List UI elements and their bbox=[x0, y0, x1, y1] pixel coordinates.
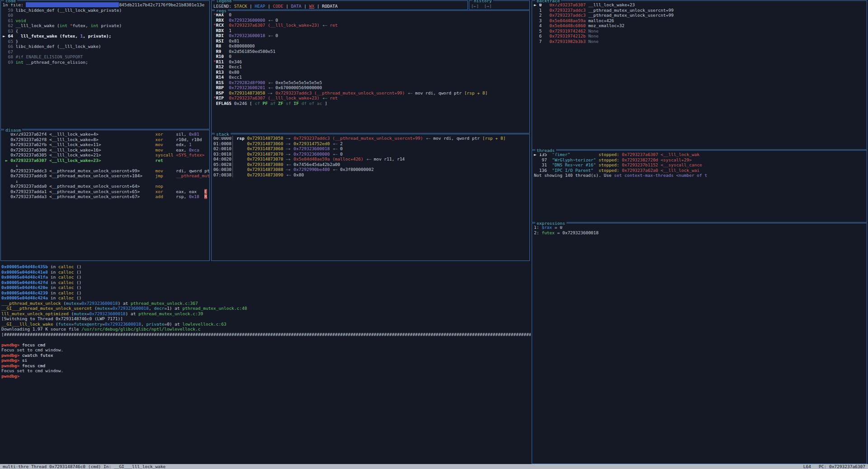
terminal-output[interactable]: 0x00005e04d48c435b in calloc ()0x00005e0… bbox=[0, 261, 531, 464]
disasm-panel: disasm 0x7293237a62f4 <__lll_lock_wake+4… bbox=[0, 130, 210, 261]
register-row: R10 0 bbox=[213, 54, 528, 59]
terminal-line: pwndbg> si bbox=[1, 358, 529, 363]
terminal-line bbox=[1, 337, 529, 342]
registers-panel: regs *RAX 0 RBX 0x729323600000 ◂— 0*RCX … bbox=[211, 10, 530, 133]
expressions-panel: expressions 1: $rax = 02: futex = 0x7293… bbox=[532, 223, 867, 464]
disasm-line: 0x7293237addc8 <__pthread_mutex_unlock_u… bbox=[3, 173, 208, 179]
terminal-line: 0x00005e04d48c41fa in calloc () bbox=[1, 275, 529, 280]
source-line: 68 #if ENABLE_ELISION_SUPPORT bbox=[3, 54, 208, 60]
history-panel: history [←] [→] bbox=[469, 0, 530, 10]
legend-panel: legend LEGEND: STACK | HEAP | CODE | DAT… bbox=[211, 0, 468, 10]
disasm-line: 0x7293237adda1 <__pthread_mutex_unlock_u… bbox=[3, 189, 208, 194]
terminal-line: pwndbg> bbox=[1, 374, 529, 379]
terminal-line: 0x00005e04d48c420e in calloc () bbox=[1, 285, 529, 290]
history-panel-title: history bbox=[472, 0, 493, 4]
code-panel: code In file: 845db211e7b42c7176f9be21b8… bbox=[0, 0, 210, 129]
source-line: 61 void bbox=[3, 18, 208, 24]
threads-panel: threads ► 135 "Timer" stopped: 0x7293237… bbox=[532, 150, 867, 223]
terminal-line: 0x00005e04d48c4239 in calloc () bbox=[1, 290, 529, 296]
register-row: RDI 0x729323600018 ◂— 0 bbox=[213, 33, 528, 38]
backtrace-frame: 5 0x729319742462 None bbox=[534, 28, 865, 34]
source-line: ► 64 lll_futex_wake (futex, 1, private); bbox=[3, 33, 208, 39]
disasm-line: 0x7293237addc3 <__pthread_mutex_unlock_u… bbox=[3, 168, 208, 174]
terminal-line: pwndbg> cwatch futex bbox=[1, 353, 529, 358]
register-row: EFLAGS 0x246 [ cf PF af ZF sf IF df of a… bbox=[213, 101, 528, 106]
terminal-line: __GI___lll_lock_wake (futex=futex@entry=… bbox=[1, 322, 529, 327]
threads-view: ► 135 "Timer" stopped: 0x7293237a6307 <_… bbox=[532, 151, 867, 222]
terminal-line: ___pthread_mutex_unlock (mutex=0x7293236… bbox=[1, 301, 529, 306]
register-row: R12 0xcc1 bbox=[213, 64, 528, 70]
code-panel-title: code bbox=[4, 0, 17, 4]
registers-view: *RAX 0 RBX 0x729323600000 ◂— 0*RCX 0x729… bbox=[212, 11, 529, 133]
register-row: R15 0x729282d8f900 ◂— 0xe5e5e5e5e5e5e5e5 bbox=[213, 80, 528, 85]
register-row: R14 0xcc1 bbox=[213, 75, 528, 80]
terminal-line: Focus set to cmd window. bbox=[1, 368, 529, 374]
source-line: 65 } bbox=[3, 39, 208, 44]
register-row: R13 0x80 bbox=[213, 70, 528, 75]
register-row: RBX 0x729323600000 ◂— 0 bbox=[213, 18, 528, 23]
stack-row: 04:0020│ 0x729314873078 —▸ 0x5e04d48ae59… bbox=[213, 156, 528, 162]
register-row: RSP 0x729314873058 —▸ 0x7293237addc3 (__… bbox=[213, 90, 528, 96]
register-row: RBP 0x729323600201 ◂— 0x6700000569000000 bbox=[213, 85, 528, 90]
stack-row: 00:0000│ rsp 0x729314873058 —▸ 0x7293237… bbox=[213, 136, 528, 141]
disasm-line: 0x7293237adda3 <__pthread_mutex_unlock_u… bbox=[3, 194, 208, 199]
terminal-line: pwndbg> focus cmd bbox=[1, 342, 529, 348]
register-row: *RCX 0x7293237a6307 (__lll_lock_wake+23)… bbox=[213, 23, 528, 28]
source-line: 69 int __pthread_force_elision; bbox=[3, 60, 208, 65]
disasm-line: ↓ bbox=[3, 163, 208, 168]
expressions-view: 1: $rax = 02: futex = 0x729323600018 bbox=[532, 223, 867, 464]
source-line: 62 __lll_lock_wake (int *futex, int priv… bbox=[3, 23, 208, 28]
thread-row: 136 "IPC I/O Parent" stopped: 0x7293237a… bbox=[534, 168, 865, 173]
source-line: 63 { bbox=[3, 28, 208, 34]
backtrace-frame: 6 0x72931974212b None bbox=[534, 33, 865, 39]
thread-row: 31 "DNS Res~ver #16" stopped: 0x7293237b… bbox=[534, 162, 865, 168]
terminal-line: lll_mutex_unlock_optimized (mutex=0x7293… bbox=[1, 311, 529, 317]
disasm-line: ↓ bbox=[3, 179, 208, 184]
expression-row: 2: futex = 0x729323600018 bbox=[534, 230, 865, 236]
stack-view: 00:0000│ rsp 0x729314873058 —▸ 0x7293237… bbox=[212, 134, 529, 261]
thread-row: ► 135 "Timer" stopped: 0x7293237a6307 <_… bbox=[534, 152, 865, 157]
status-bar-right: L64 PC: 0x7293237a6307 bbox=[803, 464, 865, 469]
backtrace-panel: backtrace ► 0 0x7293237a6307 __lll_lock_… bbox=[532, 0, 867, 150]
thread-row: 97 "WrGlyph~terizer" stopped: 0x72932382… bbox=[534, 157, 865, 163]
backtrace-frame: 1 0x7293237addc3 __pthread_mutex_unlock_… bbox=[534, 8, 865, 13]
stack-panel-title: stack bbox=[215, 132, 231, 137]
disasm-line: 0x7293237a62f4 <__lll_lock_wake+4> xor s… bbox=[3, 132, 208, 137]
terminal-line: pwndbg> focus cmd bbox=[1, 363, 529, 369]
terminal-line: [#######################################… bbox=[1, 332, 529, 337]
terminal-line: Focus set to cmd window. bbox=[1, 347, 529, 353]
register-row: *RIP 0x7293237a6307 (__lll_lock_wake+23)… bbox=[213, 95, 528, 101]
disasm-line: 0x7293237a6300 <__lll_lock_wake+16> mov … bbox=[3, 147, 208, 153]
history-back-button[interactable]: [←] bbox=[471, 4, 479, 9]
expressions-panel-title: expressions bbox=[535, 221, 566, 226]
legend-line: LEGEND: STACK | HEAP | CODE | DATA | WX … bbox=[213, 4, 466, 9]
terminal-line: 0x00005e04d48c42fd in calloc () bbox=[1, 280, 529, 285]
register-row: R8 0x80008000 bbox=[213, 43, 528, 49]
backtrace-frame: 3 0x5e04d48ae59a malloc+426 bbox=[534, 18, 865, 24]
register-row: *RAX 0 bbox=[213, 12, 528, 18]
register-row: *R11 0x346 bbox=[213, 59, 528, 65]
source-code-view: In file: 845db211e7b42c7176f9be21b8301e1… bbox=[1, 1, 209, 129]
disasm-line: 0x7293237a62f8 <__lll_lock_wake+8> xor r… bbox=[3, 137, 208, 142]
status-bar-left: multi-thre Thread 0x7293148746c0 (cmd) I… bbox=[3, 464, 165, 469]
terminal-line: 0x00005e04d48c424a in calloc () bbox=[1, 295, 529, 301]
stack-row: 01:0008│ 0x729314873060 —▸ 0x729314752ed… bbox=[213, 141, 528, 147]
backtrace-frame: 2 0x7293237addc3 __pthread_mutex_unlock_… bbox=[534, 13, 865, 18]
registers-panel-title: regs bbox=[215, 8, 228, 14]
history-spacer bbox=[479, 4, 484, 9]
source-line: 60 bbox=[3, 13, 208, 18]
source-line: 67 bbox=[3, 49, 208, 55]
stack-panel: stack 00:0000│ rsp 0x729314873058 —▸ 0x7… bbox=[211, 134, 530, 261]
terminal-line: __GI___pthread_mutex_unlock_usercnt (mut… bbox=[1, 306, 529, 311]
history-forward-button[interactable]: [→] bbox=[484, 4, 492, 9]
expression-row: 1: $rax = 0 bbox=[534, 225, 865, 230]
disassembly-view: 0x7293237a62f4 <__lll_lock_wake+4> xor s… bbox=[1, 130, 209, 261]
backtrace-panel-title: backtrace bbox=[535, 0, 561, 4]
disasm-line: ► 0x7293237a6307 <__lll_lock_wake+23> re… bbox=[3, 158, 208, 163]
disasm-panel-title: disasm bbox=[4, 128, 22, 133]
register-row: RDX 1 bbox=[213, 28, 528, 33]
terminal-line: 0x00005e04d48c435b in calloc () bbox=[1, 264, 529, 270]
register-row: R9 0x2d561850ed580e51 bbox=[213, 49, 528, 54]
source-line: In file: 845db211e7b42c7176f9be21b8301e1… bbox=[3, 2, 208, 8]
source-line: 59 libc_hidden_def (__lll_lock_wake_priv… bbox=[3, 8, 208, 13]
